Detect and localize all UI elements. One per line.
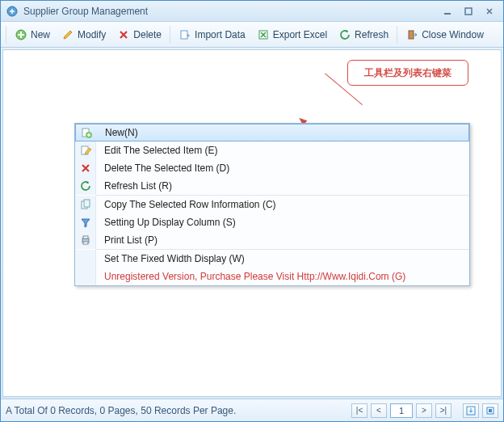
annotation-callout: 工具栏及列表右键菜 bbox=[347, 60, 468, 86]
refresh-button[interactable]: Refresh bbox=[334, 26, 393, 44]
edit-icon bbox=[75, 141, 96, 159]
status-text: A Total Of 0 Records, 0 Pages, 50 Record… bbox=[6, 405, 351, 416]
svg-rect-13 bbox=[83, 236, 88, 238]
filter-icon bbox=[75, 213, 96, 231]
pager: |< < > >| bbox=[351, 403, 498, 418]
svg-rect-14 bbox=[83, 242, 88, 244]
callout-text: 工具栏及列表右键菜 bbox=[364, 66, 452, 80]
menu-label: Unregistered Version, Purchase Please Vi… bbox=[96, 271, 463, 282]
app-window: Supplier Group Management New Modify Del… bbox=[0, 0, 504, 422]
maximize-button[interactable] bbox=[460, 5, 477, 18]
titlebar: Supplier Group Management bbox=[1, 1, 503, 22]
menu-item-new[interactable]: New(N) bbox=[75, 124, 469, 141]
toolbar-separator bbox=[170, 26, 170, 44]
window-title: Supplier Group Management bbox=[23, 6, 435, 17]
svg-rect-4 bbox=[181, 31, 187, 39]
menu-label: Edit The Selected Item (E) bbox=[96, 145, 463, 156]
menu-item-print[interactable]: Print List (P) bbox=[75, 231, 469, 249]
next-page-button[interactable]: > bbox=[416, 403, 432, 418]
import-icon bbox=[178, 28, 191, 41]
last-page-button[interactable]: >| bbox=[435, 403, 452, 418]
prev-page-button[interactable]: < bbox=[371, 403, 387, 418]
settings-page-button[interactable] bbox=[482, 403, 498, 418]
menu-item-refresh[interactable]: Refresh List (R) bbox=[75, 177, 469, 195]
svg-rect-17 bbox=[489, 409, 492, 412]
menu-item-columns[interactable]: Setting Up Display Column (S) bbox=[75, 213, 469, 231]
menu-label: Delete The Selected Item (D) bbox=[96, 162, 463, 174]
svg-rect-6 bbox=[409, 31, 414, 39]
export-label: Export Excel bbox=[273, 29, 327, 40]
close-window-button[interactable]: Close Window bbox=[401, 26, 489, 44]
close-button[interactable] bbox=[481, 5, 498, 18]
toolbar-separator bbox=[6, 26, 6, 44]
toolbar: New Modify Delete Import Data Export Exc… bbox=[1, 22, 503, 48]
menu-item-unregistered[interactable]: Unregistered Version, Purchase Please Vi… bbox=[75, 268, 469, 285]
refresh-icon bbox=[338, 28, 351, 41]
delete-icon bbox=[117, 28, 130, 41]
menu-label: Set The Fixed Width Display (W) bbox=[96, 253, 463, 264]
svg-rect-1 bbox=[444, 13, 451, 15]
menu-item-fixed-width[interactable]: Set The Fixed Width Display (W) bbox=[75, 250, 469, 268]
first-page-button[interactable]: |< bbox=[351, 403, 368, 418]
svg-rect-2 bbox=[465, 8, 472, 15]
delete-button[interactable]: Delete bbox=[112, 26, 166, 44]
menu-label: Setting Up Display Column (S) bbox=[96, 217, 463, 228]
app-icon bbox=[6, 5, 19, 18]
menu-label: Print List (P) bbox=[96, 234, 463, 246]
new-icon bbox=[76, 124, 97, 141]
svg-rect-11 bbox=[84, 200, 90, 207]
toolbar-separator bbox=[397, 26, 397, 44]
blank-icon bbox=[75, 250, 96, 268]
export-page-button[interactable] bbox=[463, 403, 479, 418]
content-area: 工具栏及列表右键菜 New(N) Edit The Selected Item … bbox=[2, 49, 502, 397]
menu-item-copy[interactable]: Copy The Selected Row Information (C) bbox=[75, 196, 469, 213]
minimize-button[interactable] bbox=[439, 5, 456, 18]
blank-icon bbox=[75, 268, 96, 285]
new-icon bbox=[15, 28, 27, 41]
delete-label: Delete bbox=[133, 29, 162, 40]
print-icon bbox=[75, 231, 96, 249]
delete-icon bbox=[75, 159, 96, 177]
menu-label: Copy The Selected Row Information (C) bbox=[96, 199, 463, 210]
refresh-icon bbox=[75, 177, 96, 195]
menu-label: Refresh List (R) bbox=[96, 180, 463, 192]
statusbar: A Total Of 0 Records, 0 Pages, 50 Record… bbox=[1, 399, 503, 421]
page-input[interactable] bbox=[390, 403, 413, 418]
refresh-label: Refresh bbox=[355, 29, 388, 40]
close-window-label: Close Window bbox=[422, 29, 484, 40]
modify-button[interactable]: Modify bbox=[57, 26, 111, 44]
modify-label: Modify bbox=[78, 29, 106, 40]
export-button[interactable]: Export Excel bbox=[252, 26, 332, 44]
menu-item-delete[interactable]: Delete The Selected Item (D) bbox=[75, 159, 469, 177]
new-button[interactable]: New bbox=[10, 26, 55, 44]
copy-icon bbox=[75, 196, 96, 213]
menu-label: New(N) bbox=[97, 127, 462, 138]
menu-item-edit[interactable]: Edit The Selected Item (E) bbox=[75, 141, 469, 159]
export-excel-icon bbox=[257, 28, 270, 41]
import-button[interactable]: Import Data bbox=[174, 26, 250, 44]
import-label: Import Data bbox=[195, 29, 246, 40]
context-menu: New(N) Edit The Selected Item (E) Delete… bbox=[74, 123, 470, 286]
door-icon bbox=[405, 28, 418, 41]
new-label: New bbox=[31, 29, 50, 40]
pencil-icon bbox=[61, 28, 74, 41]
